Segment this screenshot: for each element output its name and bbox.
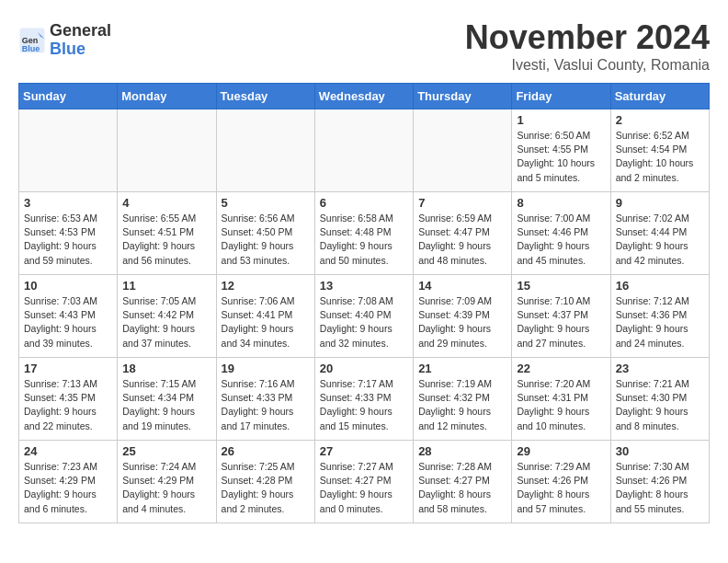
day-number: 26 <box>222 444 310 458</box>
day-of-week-header: Tuesday <box>216 84 314 109</box>
day-number: 28 <box>418 444 506 458</box>
calendar-week-row: 3Sunrise: 6:53 AM Sunset: 4:53 PM Daylig… <box>19 192 710 275</box>
day-number: 27 <box>320 444 408 458</box>
calendar-day-cell: 27Sunrise: 7:27 AM Sunset: 4:27 PM Dayli… <box>314 441 413 523</box>
day-of-week-header: Thursday <box>414 84 512 109</box>
day-info: Sunrise: 7:19 AM Sunset: 4:32 PM Dayligh… <box>418 377 506 433</box>
day-number: 5 <box>222 196 310 210</box>
day-number: 19 <box>222 362 310 375</box>
calendar-day-cell: 11Sunrise: 7:05 AM Sunset: 4:42 PM Dayli… <box>118 275 216 358</box>
day-number: 25 <box>122 444 210 458</box>
calendar-day-cell: 2Sunrise: 6:52 AM Sunset: 4:54 PM Daylig… <box>610 109 709 192</box>
calendar-week-row: 10Sunrise: 7:03 AM Sunset: 4:43 PM Dayli… <box>19 275 710 358</box>
day-number: 10 <box>24 279 112 293</box>
calendar-day-cell: 8Sunrise: 7:00 AM Sunset: 4:46 PM Daylig… <box>512 192 610 275</box>
day-info: Sunrise: 7:21 AM Sunset: 4:30 PM Dayligh… <box>616 377 704 433</box>
day-info: Sunrise: 7:17 AM Sunset: 4:33 PM Dayligh… <box>320 377 408 433</box>
day-number: 1 <box>517 113 605 127</box>
title-area: November 2024 Ivesti, Vaslui County, Rom… <box>465 18 710 74</box>
day-info: Sunrise: 7:09 AM Sunset: 4:39 PM Dayligh… <box>418 294 506 350</box>
calendar-day-cell: 1Sunrise: 6:50 AM Sunset: 4:55 PM Daylig… <box>512 109 610 192</box>
calendar-day-cell: 30Sunrise: 7:30 AM Sunset: 4:26 PM Dayli… <box>610 441 709 523</box>
day-number: 4 <box>122 196 210 210</box>
day-of-week-header: Wednesday <box>314 84 413 109</box>
calendar-day-cell: 23Sunrise: 7:21 AM Sunset: 4:30 PM Dayli… <box>610 358 709 441</box>
calendar-day-cell: 3Sunrise: 6:53 AM Sunset: 4:53 PM Daylig… <box>19 192 118 275</box>
calendar-day-cell: 24Sunrise: 7:23 AM Sunset: 4:29 PM Dayli… <box>19 441 118 523</box>
day-number: 2 <box>616 113 704 127</box>
day-number: 30 <box>616 444 704 458</box>
day-info: Sunrise: 6:55 AM Sunset: 4:51 PM Dayligh… <box>122 212 210 268</box>
calendar-day-cell: 26Sunrise: 7:25 AM Sunset: 4:28 PM Dayli… <box>216 441 314 523</box>
calendar-day-cell: 25Sunrise: 7:24 AM Sunset: 4:29 PM Dayli… <box>118 441 216 523</box>
calendar-header-row: SundayMondayTuesdayWednesdayThursdayFrid… <box>19 84 710 109</box>
calendar-day-cell: 4Sunrise: 6:55 AM Sunset: 4:51 PM Daylig… <box>118 192 216 275</box>
day-number: 29 <box>517 444 605 458</box>
day-number: 23 <box>616 362 704 375</box>
day-of-week-header: Sunday <box>19 84 118 109</box>
day-info: Sunrise: 7:08 AM Sunset: 4:40 PM Dayligh… <box>320 294 408 350</box>
logo: Gen Blue General Blue <box>18 22 111 59</box>
calendar-day-cell <box>118 109 216 192</box>
logo-text: General Blue <box>50 22 111 59</box>
calendar-day-cell: 15Sunrise: 7:10 AM Sunset: 4:37 PM Dayli… <box>512 275 610 358</box>
logo-general-text: General <box>50 22 111 40</box>
day-of-week-header: Saturday <box>610 84 709 109</box>
day-number: 22 <box>517 362 605 375</box>
day-info: Sunrise: 6:52 AM Sunset: 4:54 PM Dayligh… <box>616 129 704 185</box>
day-number: 7 <box>418 196 506 210</box>
day-number: 17 <box>24 362 112 375</box>
calendar-day-cell <box>216 109 314 192</box>
calendar-day-cell: 21Sunrise: 7:19 AM Sunset: 4:32 PM Dayli… <box>414 358 512 441</box>
calendar-week-row: 17Sunrise: 7:13 AM Sunset: 4:35 PM Dayli… <box>19 358 710 441</box>
day-number: 6 <box>320 196 408 210</box>
logo-icon: Gen Blue <box>18 27 46 54</box>
calendar-day-cell: 16Sunrise: 7:12 AM Sunset: 4:36 PM Dayli… <box>610 275 709 358</box>
day-info: Sunrise: 7:03 AM Sunset: 4:43 PM Dayligh… <box>24 294 112 350</box>
day-info: Sunrise: 7:23 AM Sunset: 4:29 PM Dayligh… <box>24 460 112 516</box>
day-info: Sunrise: 7:16 AM Sunset: 4:33 PM Dayligh… <box>222 377 310 433</box>
calendar-table: SundayMondayTuesdayWednesdayThursdayFrid… <box>18 83 710 523</box>
day-info: Sunrise: 6:59 AM Sunset: 4:47 PM Dayligh… <box>418 212 506 268</box>
day-number: 14 <box>418 279 506 293</box>
calendar-week-row: 1Sunrise: 6:50 AM Sunset: 4:55 PM Daylig… <box>19 109 710 192</box>
day-info: Sunrise: 7:30 AM Sunset: 4:26 PM Dayligh… <box>616 460 704 516</box>
day-info: Sunrise: 7:25 AM Sunset: 4:28 PM Dayligh… <box>222 460 310 516</box>
calendar-day-cell: 28Sunrise: 7:28 AM Sunset: 4:27 PM Dayli… <box>414 441 512 523</box>
day-info: Sunrise: 6:56 AM Sunset: 4:50 PM Dayligh… <box>222 212 310 268</box>
day-info: Sunrise: 7:29 AM Sunset: 4:26 PM Dayligh… <box>517 460 605 516</box>
day-info: Sunrise: 7:28 AM Sunset: 4:27 PM Dayligh… <box>418 460 506 516</box>
header: Gen Blue General Blue November 2024 Ives… <box>18 18 710 74</box>
day-of-week-header: Friday <box>512 84 610 109</box>
calendar-day-cell: 22Sunrise: 7:20 AM Sunset: 4:31 PM Dayli… <box>512 358 610 441</box>
day-info: Sunrise: 7:00 AM Sunset: 4:46 PM Dayligh… <box>517 212 605 268</box>
calendar-day-cell: 9Sunrise: 7:02 AM Sunset: 4:44 PM Daylig… <box>610 192 709 275</box>
logo-blue-text: Blue <box>50 40 111 59</box>
day-info: Sunrise: 6:58 AM Sunset: 4:48 PM Dayligh… <box>320 212 408 268</box>
day-number: 24 <box>24 444 112 458</box>
day-info: Sunrise: 7:15 AM Sunset: 4:34 PM Dayligh… <box>122 377 210 433</box>
day-info: Sunrise: 6:50 AM Sunset: 4:55 PM Dayligh… <box>517 129 605 185</box>
calendar-day-cell <box>414 109 512 192</box>
day-number: 20 <box>320 362 408 375</box>
day-number: 15 <box>517 279 605 293</box>
day-number: 11 <box>122 279 210 293</box>
day-info: Sunrise: 7:12 AM Sunset: 4:36 PM Dayligh… <box>616 294 704 350</box>
calendar-day-cell: 13Sunrise: 7:08 AM Sunset: 4:40 PM Dayli… <box>314 275 413 358</box>
day-number: 8 <box>517 196 605 210</box>
day-info: Sunrise: 7:06 AM Sunset: 4:41 PM Dayligh… <box>222 294 310 350</box>
day-info: Sunrise: 6:53 AM Sunset: 4:53 PM Dayligh… <box>24 212 112 268</box>
calendar-day-cell: 12Sunrise: 7:06 AM Sunset: 4:41 PM Dayli… <box>216 275 314 358</box>
calendar-day-cell: 10Sunrise: 7:03 AM Sunset: 4:43 PM Dayli… <box>19 275 118 358</box>
svg-text:Blue: Blue <box>22 44 40 53</box>
day-number: 18 <box>122 362 210 375</box>
calendar-day-cell <box>314 109 413 192</box>
day-info: Sunrise: 7:27 AM Sunset: 4:27 PM Dayligh… <box>320 460 408 516</box>
location-subtitle: Ivesti, Vaslui County, Romania <box>465 57 710 74</box>
day-number: 13 <box>320 279 408 293</box>
calendar-day-cell: 18Sunrise: 7:15 AM Sunset: 4:34 PM Dayli… <box>118 358 216 441</box>
day-number: 9 <box>616 196 704 210</box>
calendar-day-cell: 14Sunrise: 7:09 AM Sunset: 4:39 PM Dayli… <box>414 275 512 358</box>
day-info: Sunrise: 7:05 AM Sunset: 4:42 PM Dayligh… <box>122 294 210 350</box>
calendar-day-cell: 6Sunrise: 6:58 AM Sunset: 4:48 PM Daylig… <box>314 192 413 275</box>
